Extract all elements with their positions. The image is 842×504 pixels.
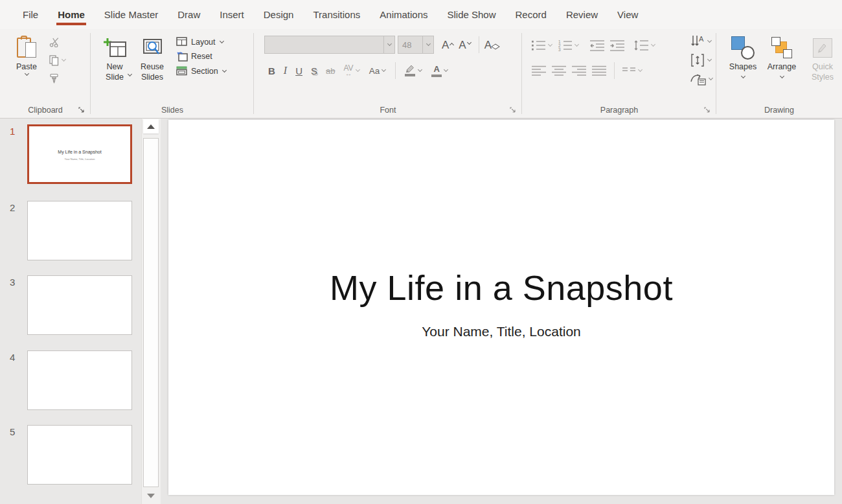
chevron-down-icon — [740, 74, 746, 80]
tab-home[interactable]: Home — [58, 0, 85, 29]
shapes-label: Shapes — [729, 62, 757, 72]
slide-5-preview[interactable] — [27, 425, 132, 485]
character-spacing-button[interactable]: AV↔ — [344, 64, 361, 77]
justify-button[interactable] — [591, 65, 607, 76]
paste-button[interactable]: Paste — [9, 29, 44, 77]
scrollbar-thumb[interactable] — [143, 138, 159, 487]
scroll-up-button[interactable] — [143, 119, 159, 133]
format-painter-button[interactable] — [49, 72, 60, 85]
line-spacing-button[interactable] — [633, 39, 656, 52]
columns-button[interactable] — [622, 66, 643, 75]
clipboard-group-label: Clipboard — [28, 106, 63, 115]
slide-thumbnail-panel: 1 My Life in a Snapshot Your Name, Title… — [0, 119, 141, 504]
grow-font-icon: A — [442, 40, 449, 51]
copy-button[interactable] — [49, 54, 67, 67]
font-dialog-launcher[interactable] — [508, 106, 518, 115]
clipboard-dialog-launcher[interactable] — [77, 106, 86, 115]
align-right-button[interactable] — [571, 65, 587, 76]
font-size-dropdown[interactable] — [422, 36, 434, 54]
change-case-button[interactable]: Aa — [369, 66, 387, 76]
arrange-button[interactable]: Arrange — [764, 29, 799, 80]
quick-styles-button[interactable]: Quick Styles — [803, 29, 842, 83]
slide-thumbnail-3[interactable]: 3 — [0, 275, 132, 335]
bold-button[interactable]: B — [268, 65, 275, 76]
shapes-button[interactable]: Shapes — [725, 29, 760, 80]
svg-text:3: 3 — [558, 47, 561, 51]
paste-icon — [17, 34, 36, 62]
reset-icon — [176, 51, 188, 62]
ribbon: Paste — [0, 29, 842, 119]
chevron-down-icon — [222, 69, 227, 74]
font-name-combobox[interactable] — [264, 36, 395, 54]
underline-button[interactable]: U — [295, 65, 302, 76]
slide-thumbnail-4[interactable]: 4 — [0, 350, 132, 410]
new-slide-button[interactable]: New Slide — [97, 29, 132, 78]
text-direction-icon: A — [690, 34, 705, 49]
tab-slide-show[interactable]: Slide Show — [447, 0, 495, 29]
slide-thumbnail-2[interactable]: 2 — [0, 201, 132, 260]
font-size-combobox[interactable]: 48 — [398, 36, 422, 54]
paragraph-dialog-launcher[interactable] — [703, 106, 712, 115]
font-color-button[interactable]: A — [431, 65, 449, 77]
slide-number: 2 — [0, 201, 27, 260]
shrink-font-icon: A — [459, 40, 466, 51]
convert-to-smartart-button[interactable] — [690, 72, 714, 86]
font-color-icon: A — [431, 65, 442, 77]
italic-button[interactable]: I — [284, 65, 287, 76]
cut-button[interactable] — [49, 36, 60, 49]
slide-2-preview[interactable] — [27, 201, 132, 260]
align-center-button[interactable] — [551, 65, 567, 76]
tab-review[interactable]: Review — [566, 0, 598, 29]
ribbon-group-font: 48 A A A B I — [254, 29, 522, 118]
tab-draw[interactable]: Draw — [177, 0, 200, 29]
tab-slide-master[interactable]: Slide Master — [104, 0, 158, 29]
strikethrough-button[interactable]: ab — [326, 66, 335, 76]
slide-4-preview[interactable] — [27, 350, 132, 410]
align-text-button[interactable] — [690, 53, 714, 67]
scroll-down-button[interactable] — [143, 488, 159, 503]
bullets-button[interactable] — [531, 39, 553, 52]
reset-button[interactable]: Reset — [176, 51, 227, 62]
grow-font-button[interactable]: A — [442, 40, 453, 51]
tab-design[interactable]: Design — [264, 0, 294, 29]
tab-insert[interactable]: Insert — [220, 0, 244, 29]
shrink-font-button[interactable]: A — [459, 40, 470, 51]
copy-icon — [49, 55, 59, 66]
format-painter-icon — [49, 73, 60, 84]
slide-number: 4 — [0, 350, 27, 410]
reuse-slides-icon — [141, 34, 163, 62]
slide-title-text[interactable]: My Life in a Snapshot — [168, 268, 834, 308]
reuse-slides-button[interactable]: Reuse Slides — [135, 29, 170, 83]
line-spacing-icon — [633, 39, 649, 52]
columns-icon — [622, 66, 636, 75]
tab-animations[interactable]: Animations — [380, 0, 427, 29]
text-direction-button[interactable]: A — [690, 34, 714, 49]
ribbon-tab-bar: File Home Slide Master Draw Insert Desig… — [0, 0, 842, 29]
text-shadow-button[interactable]: S — [311, 65, 317, 76]
thumbnail-scrollbar[interactable] — [141, 119, 161, 504]
new-slide-icon — [103, 34, 126, 62]
text-highlight-button[interactable] — [404, 65, 423, 76]
tab-file[interactable]: File — [23, 0, 38, 29]
scroll-up-icon — [147, 124, 155, 129]
quick-styles-icon — [813, 34, 832, 62]
slide-subtitle-text[interactable]: Your Name, Title, Location — [168, 324, 834, 339]
numbering-button[interactable]: 123 — [558, 39, 580, 52]
slide-3-preview[interactable] — [27, 275, 132, 335]
layout-button[interactable]: Layout — [176, 37, 227, 47]
slide-thumbnail-1[interactable]: 1 My Life in a Snapshot Your Name, Title… — [0, 124, 132, 184]
clear-formatting-button[interactable]: A — [484, 40, 498, 51]
drawing-group-label: Drawing — [764, 106, 794, 115]
tab-view[interactable]: View — [617, 0, 638, 29]
tab-transitions[interactable]: Transitions — [313, 0, 360, 29]
slide-thumbnail-5[interactable]: 5 — [0, 425, 132, 485]
tab-record[interactable]: Record — [516, 0, 547, 29]
new-slide-label: New Slide — [98, 62, 131, 83]
decrease-indent-button[interactable] — [589, 39, 605, 52]
align-left-button[interactable] — [531, 65, 547, 76]
increase-indent-button[interactable] — [609, 39, 625, 52]
section-button[interactable]: Section — [176, 66, 227, 76]
slide-1-preview[interactable]: My Life in a Snapshot Your Name, Title, … — [27, 124, 132, 184]
slide-canvas[interactable]: My Life in a Snapshot Your Name, Title, … — [168, 120, 834, 495]
font-name-dropdown[interactable] — [383, 36, 394, 53]
